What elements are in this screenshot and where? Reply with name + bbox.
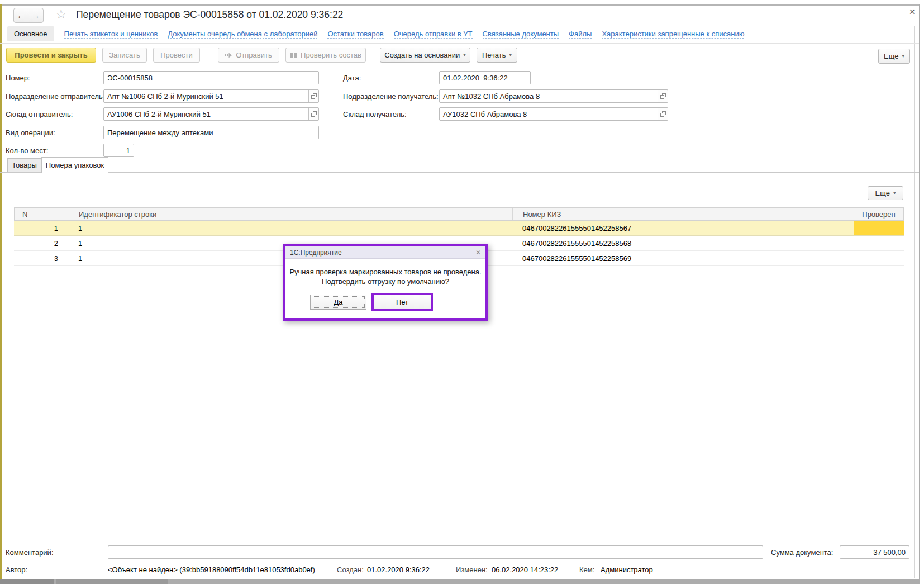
dialog-close-icon[interactable]: ✕ <box>475 249 481 257</box>
panel-edge-line <box>914 26 915 578</box>
chevron-down-icon: ▾ <box>509 53 512 58</box>
cell-kiz[interactable]: 046700282261555501452258568 <box>512 236 854 250</box>
cell-row-id-value: 1 <box>78 254 82 263</box>
author-label: Автор: <box>6 566 27 574</box>
dialog-yes-button[interactable]: Да <box>310 295 366 310</box>
confirmation-dialog: 1С:Предприятие ✕ Ручная проверка маркиро… <box>283 244 488 321</box>
window-bottom-edge <box>0 579 920 584</box>
column-header-checked[interactable]: Проверен <box>854 208 903 220</box>
number-label: Номер: <box>6 74 30 82</box>
nav-link-ut-send-queue[interactable]: Очередь отправки в УТ <box>394 30 473 39</box>
nav-link-lab-exchange-queue[interactable]: Документы очередь обмена с лабораторией <box>168 30 317 39</box>
cell-n-value: 3 <box>54 254 58 263</box>
nav-divider <box>0 43 919 44</box>
cell-checked[interactable] <box>854 251 904 265</box>
document-sum-label: Сумма документа: <box>771 548 833 557</box>
number-field[interactable]: ЭС-00015858 <box>103 71 319 84</box>
tab-pack-numbers[interactable]: Номера упаковок <box>41 157 108 173</box>
nav-link-forbidden-characteristics[interactable]: Характеристики запрещенные к списанию <box>602 30 744 39</box>
dialog-message-line1: Ручная проверка маркированных товаров не… <box>285 267 485 277</box>
table-header: N Идентификатор строки Номер КИЗ Провере… <box>14 207 904 221</box>
back-button[interactable]: ← <box>14 8 28 22</box>
receiver-warehouse-field[interactable]: АУ1032 СПб Абрамова 8 <box>439 107 668 121</box>
receiver-division-field[interactable]: Апт №1032 СПб Абрамова 8 <box>439 89 668 103</box>
window-border-top <box>0 4 920 6</box>
sender-warehouse-value: АУ1006 СПб 2-й Муринский 51 <box>107 110 211 118</box>
date-label: Дата: <box>343 74 361 82</box>
cell-n[interactable]: 3 <box>14 251 74 265</box>
check-content-button[interactable]: Проверить состав <box>285 48 366 63</box>
send-arrow-icon <box>225 53 232 58</box>
column-header-kiz[interactable]: Номер КИЗ <box>513 208 854 220</box>
post-button[interactable]: Провести <box>153 48 200 63</box>
modified-label: Изменен: <box>456 566 488 574</box>
sender-division-value: Апт №1006 СПб 2-й Муринский 51 <box>107 92 223 101</box>
by-whom-label: Кем: <box>579 566 594 574</box>
dialog-message: Ручная проверка маркированных товаров не… <box>285 267 485 286</box>
cell-kiz-value: 046700282261555501452258567 <box>522 224 631 232</box>
cell-n-value: 2 <box>54 239 58 248</box>
comment-input[interactable] <box>108 545 763 559</box>
open-list-icon[interactable] <box>308 108 318 120</box>
sender-warehouse-field[interactable]: АУ1006 СПб 2-й Муринский 51 <box>103 107 319 121</box>
dialog-no-button[interactable]: Нет <box>371 293 433 311</box>
table-more-button[interactable]: Еще ▾ <box>868 186 903 200</box>
sender-division-field[interactable]: Апт №1006 СПб 2-й Муринский 51 <box>103 89 319 103</box>
open-list-icon[interactable] <box>658 108 668 120</box>
operation-type-label: Вид операции: <box>6 129 55 137</box>
places-count-field[interactable]: 1 <box>103 144 134 157</box>
close-window-icon[interactable]: ✕ <box>909 7 916 16</box>
forward-button[interactable]: → <box>28 8 43 22</box>
check-content-label: Проверить состав <box>301 51 361 59</box>
cell-n[interactable]: 1 <box>14 221 74 235</box>
cell-checked[interactable] <box>854 236 904 250</box>
cell-checked-active[interactable] <box>854 221 904 235</box>
bottom-edge-segment-dark <box>0 579 54 584</box>
column-header-row-id[interactable]: Идентификатор строки <box>74 208 513 220</box>
bottom-edge-segment-mid <box>56 579 168 584</box>
cell-row-id[interactable]: 1 <box>74 221 512 235</box>
send-button[interactable]: Отправить <box>218 48 279 63</box>
date-field[interactable]: 01.02.2020 9:36:22 <box>439 71 531 84</box>
comment-label: Комментарий: <box>6 548 54 557</box>
cell-kiz-value: 046700282261555501452258569 <box>522 254 631 263</box>
sender-division-label: Подразделение отправитель: <box>6 92 105 101</box>
dialog-title-bar[interactable]: 1С:Предприятие ✕ <box>285 246 485 259</box>
open-list-icon[interactable] <box>308 90 318 102</box>
nav-link-print-labels[interactable]: Печать этикеток и ценников <box>64 30 158 39</box>
open-list-icon[interactable] <box>658 90 668 102</box>
tab-goods[interactable]: Товары <box>7 158 41 172</box>
cell-n[interactable]: 2 <box>14 236 74 250</box>
create-based-on-label: Создать на основании <box>384 51 460 59</box>
column-header-kiz-label: Номер КИЗ <box>523 210 561 219</box>
nav-item-main[interactable]: Основное <box>7 26 54 41</box>
created-value: 01.02.2020 9:36:22 <box>367 566 430 574</box>
nav-link-related-documents[interactable]: Связанные документы <box>483 30 559 39</box>
write-button[interactable]: Записать <box>102 48 147 63</box>
nav-link-files[interactable]: Файлы <box>569 30 592 39</box>
window-border-left <box>0 4 2 579</box>
nav-link-stock-balance[interactable]: Остатки товаров <box>327 30 383 39</box>
cell-kiz[interactable]: 046700282261555501452258567 <box>512 221 854 235</box>
history-nav-group: ← → <box>13 8 44 23</box>
create-based-on-button[interactable]: Создать на основании ▾ <box>380 48 470 63</box>
column-header-n[interactable]: N <box>15 208 74 220</box>
back-icon: ← <box>17 11 25 20</box>
favorite-star-icon[interactable]: ☆ <box>55 7 67 22</box>
table-row[interactable]: 1 1 046700282261555501452258567 <box>14 221 904 236</box>
post-and-close-button[interactable]: Провести и закрыть <box>6 48 96 63</box>
receiver-warehouse-value: АУ1032 СПб Абрамова 8 <box>443 110 527 118</box>
form-more-button[interactable]: Еще ▾ <box>878 49 910 64</box>
chevron-down-icon: ▾ <box>893 191 896 196</box>
nav-bar: Основное Печать этикеток и ценников Доку… <box>7 26 879 42</box>
document-sum-field[interactable]: 37 500,00 <box>840 545 909 559</box>
modified-value: 06.02.2020 14:23:22 <box>492 566 558 574</box>
print-button[interactable]: Печать ▾ <box>477 48 517 63</box>
receiver-warehouse-label: Склад получатель: <box>343 110 407 118</box>
cell-row-id-value: 1 <box>78 224 82 232</box>
by-whom-value: Администратор <box>601 566 653 574</box>
operation-type-field[interactable]: Перемещение между аптеками <box>103 126 319 139</box>
author-value: <Объект не найден> (39:bb59188090ff54db1… <box>108 566 315 574</box>
dialog-title: 1С:Предприятие <box>290 249 475 257</box>
cell-kiz[interactable]: 046700282261555501452258569 <box>512 251 854 265</box>
